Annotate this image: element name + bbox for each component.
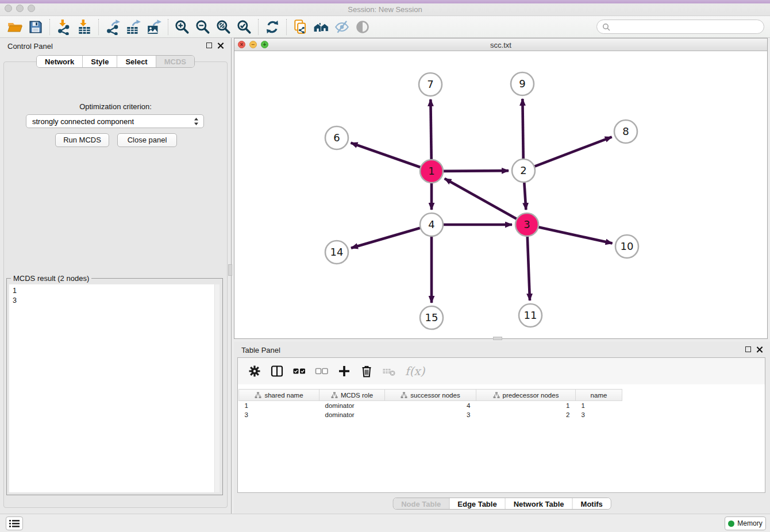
clone-network-icon[interactable]	[290, 18, 311, 36]
table-cell[interactable]: 3	[385, 410, 476, 419]
hide-panels-icon[interactable]	[332, 18, 352, 36]
node-table[interactable]: shared name MCDS role successor nodes pr…	[238, 389, 622, 419]
network-canvas[interactable]: 7968124314101511	[234, 51, 767, 338]
graph-node-15[interactable]: 15	[420, 306, 443, 329]
graph-node-7[interactable]: 7	[419, 73, 442, 96]
import-network-icon[interactable]	[53, 18, 74, 36]
graph-node-4[interactable]: 4	[420, 213, 443, 236]
graph-node-10[interactable]: 10	[615, 235, 638, 258]
network-window-title: scc.txt	[234, 41, 767, 49]
import-table-icon[interactable]	[74, 18, 95, 36]
graph-node-8[interactable]: 8	[614, 120, 637, 143]
memory-button[interactable]: Memory	[725, 516, 766, 530]
graph-node-11[interactable]: 11	[519, 304, 542, 327]
tab-network[interactable]: Network	[37, 56, 83, 67]
optimization-criterion-select[interactable]: strongly connected component	[26, 114, 204, 128]
tab-network-table[interactable]: Network Table	[506, 498, 573, 509]
delete-column-icon[interactable]	[358, 363, 375, 380]
task-history-button[interactable]	[6, 516, 23, 530]
deselect-all-icon[interactable]	[313, 363, 330, 380]
zoom-fit-icon[interactable]	[213, 18, 234, 36]
table-cell[interactable]: dominator	[319, 410, 385, 419]
graph-edge-2-8[interactable]	[533, 137, 612, 167]
tab-edge-table[interactable]: Edge Table	[449, 498, 505, 509]
select-all-icon[interactable]	[291, 363, 308, 380]
zoom-selected-icon[interactable]	[234, 18, 255, 36]
table-cell[interactable]: 2	[476, 410, 576, 419]
table-cell[interactable]: 3	[239, 410, 319, 419]
show-panels-icon[interactable]	[352, 18, 373, 36]
column-header-name[interactable]: name	[576, 390, 622, 401]
network-window-titlebar[interactable]: × − + scc.txt	[234, 38, 767, 51]
table-settings-icon[interactable]	[246, 363, 263, 380]
search-input[interactable]	[613, 22, 759, 31]
graph-node-6[interactable]: 6	[325, 126, 348, 149]
mcds-result-textarea[interactable]: 1 3	[9, 284, 220, 492]
tab-style[interactable]: Style	[83, 56, 117, 67]
function-builder-icon[interactable]: f(x)	[405, 364, 425, 378]
table-panel-header: Table Panel	[234, 342, 770, 358]
graph-svg: 7968124314101511	[234, 51, 767, 339]
graph-edge-1-2[interactable]	[442, 171, 509, 171]
panel-splitter-handle[interactable]	[228, 264, 232, 276]
close-table-panel-icon[interactable]	[756, 346, 763, 353]
table-cell[interactable]: dominator	[319, 401, 385, 410]
graph-edge-3-10[interactable]	[537, 227, 613, 244]
column-header-successor-nodes[interactable]: successor nodes	[385, 390, 476, 401]
window-splitter-handle[interactable]	[493, 337, 502, 340]
export-image-icon[interactable]	[144, 18, 164, 36]
table-cell[interactable]: 3	[576, 410, 622, 419]
zoom-out-icon[interactable]	[192, 18, 213, 36]
svg-text:2: 2	[520, 164, 526, 176]
table-panel-title: Table Panel	[241, 346, 280, 354]
add-column-icon[interactable]	[336, 363, 353, 380]
export-network-icon[interactable]	[102, 18, 123, 36]
graph-edge-3-1[interactable]	[445, 179, 518, 219]
graph-edge-4-14[interactable]	[351, 228, 422, 248]
float-panel-icon[interactable]	[206, 43, 212, 48]
table-row[interactable]: 3dominator323	[239, 410, 622, 419]
graph-edge-2-9[interactable]	[522, 99, 523, 160]
memory-status-icon	[728, 521, 734, 527]
column-layout-icon[interactable]	[268, 363, 286, 380]
graph-node-9[interactable]: 9	[511, 72, 534, 95]
table-cell[interactable]: 1	[239, 401, 319, 410]
float-table-panel-icon[interactable]	[745, 346, 751, 352]
graph-edge-1-7[interactable]	[430, 99, 431, 161]
graph-edge-3-11[interactable]	[528, 235, 530, 300]
open-session-icon[interactable]	[5, 18, 25, 36]
table-cell[interactable]: 1	[576, 401, 622, 410]
save-session-icon[interactable]	[25, 18, 46, 36]
table-panel-tabs: Node Table Edge Table Network Table Moti…	[392, 498, 611, 510]
tab-motifs[interactable]: Motifs	[573, 498, 611, 509]
zoom-in-icon[interactable]	[172, 18, 192, 36]
close-panel-icon[interactable]	[217, 42, 224, 49]
toolbar-separator	[168, 19, 168, 35]
result-scrollbar[interactable]	[214, 284, 220, 492]
toolbar-separator	[49, 19, 50, 35]
refresh-layout-icon[interactable]	[262, 18, 283, 36]
graph-node-1[interactable]: 1	[420, 160, 443, 183]
run-mcds-button[interactable]: Run MCDS	[55, 133, 109, 147]
graph-node-3[interactable]: 3	[515, 213, 538, 236]
graph-edge-2-3[interactable]	[524, 181, 526, 210]
tab-mcds[interactable]: MCDS	[156, 56, 194, 67]
export-table-icon[interactable]	[123, 18, 144, 36]
graph-node-2[interactable]: 2	[512, 159, 535, 182]
table-cell[interactable]: 1	[476, 401, 576, 410]
session-gallery-icon[interactable]	[311, 18, 332, 36]
select-stepper-icon	[194, 117, 199, 126]
column-header-shared-name[interactable]: shared name	[239, 390, 319, 401]
close-panel-button[interactable]: Close panel	[117, 133, 177, 147]
control-panel-header: Control Panel	[0, 38, 231, 54]
column-header-mcds-role[interactable]: MCDS role	[319, 390, 385, 401]
tab-node-table[interactable]: Node Table	[393, 498, 449, 509]
graph-edge-1-6[interactable]	[351, 143, 422, 168]
column-header-predecessor-nodes[interactable]: predecessor nodes	[476, 390, 576, 401]
table-cell[interactable]: 4	[385, 401, 476, 410]
table-row[interactable]: 1dominator411	[239, 401, 622, 410]
graph-node-14[interactable]: 14	[325, 241, 348, 264]
search-box[interactable]	[596, 20, 764, 34]
delete-table-icon[interactable]	[380, 363, 398, 380]
tab-select[interactable]: Select	[117, 56, 156, 67]
